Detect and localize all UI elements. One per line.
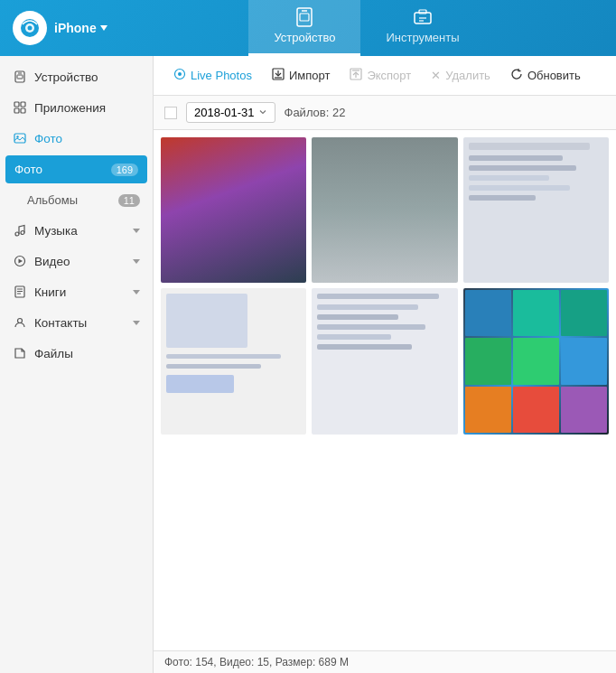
status-bar: Фото: 154, Видео: 15, Размер: 689 М (154, 650, 616, 673)
main-layout: Устройство Приложения Фот (0, 56, 616, 673)
sidebar-item-books[interactable]: Книги (0, 276, 153, 307)
sidebar-item-contacts[interactable]: Контакты (0, 307, 153, 338)
device-tab-label: Устройство (274, 31, 335, 44)
books-icon (13, 285, 27, 299)
device-chevron-icon[interactable] (100, 25, 107, 31)
sidebar-files-label: Файлы (34, 347, 73, 360)
photo-item-5[interactable] (312, 288, 457, 434)
content-area: Live Photos Импорт (154, 56, 616, 673)
sidebar-item-albums[interactable]: Альбомы 11 (0, 185, 153, 215)
photo-item-1[interactable] (161, 137, 306, 283)
app-header: iPhone Устройство Инструменты (0, 0, 616, 56)
tab-tools[interactable]: Инструменты (360, 0, 484, 56)
svg-rect-15 (14, 108, 19, 113)
app-logo-icon (13, 11, 47, 45)
video-icon (13, 254, 27, 268)
svg-point-18 (16, 136, 18, 137)
photo-item-2[interactable] (312, 137, 457, 283)
sidebar-device-label: Устройство (34, 70, 98, 84)
albums-badge: 11 (118, 194, 140, 207)
sidebar-item-music[interactable]: Музыка (0, 215, 153, 246)
header-tabs: Устройство Инструменты (117, 0, 616, 56)
import-button[interactable]: Импорт (263, 63, 339, 88)
apps-icon (13, 100, 27, 115)
toolbar: Live Photos Импорт (154, 56, 616, 96)
sidebar-item-video[interactable]: Видео (0, 246, 153, 276)
photo-grid (154, 130, 616, 650)
files-count: Файлов: 22 (285, 106, 346, 119)
svg-rect-14 (21, 102, 25, 107)
live-photos-button[interactable]: Live Photos (164, 63, 261, 88)
svg-point-19 (15, 232, 19, 236)
contacts-icon (13, 315, 27, 330)
refresh-button[interactable]: Обновить (501, 63, 590, 88)
sidebar-books-label: Книги (34, 285, 66, 299)
sidebar-item-apps[interactable]: Приложения (0, 92, 153, 123)
sidebar-apps-label: Приложения (34, 101, 106, 115)
sidebar-photos-sub-label: Фото (14, 163, 42, 176)
books-chevron-icon (133, 290, 140, 294)
contacts-chevron-icon (133, 321, 140, 325)
export-icon (350, 68, 362, 83)
sidebar-item-photos-sub[interactable]: Фото 169 (5, 155, 147, 183)
sidebar-contacts-label: Контакты (34, 316, 87, 330)
delete-button[interactable]: ✕ Удалить (422, 64, 499, 87)
tools-tab-label: Инструменты (386, 31, 459, 44)
sidebar-photos-parent-label: Фото (34, 132, 62, 145)
date-filter-value: 2018-01-31 (194, 106, 255, 119)
live-photos-icon (173, 68, 186, 83)
refresh-icon (510, 68, 523, 83)
select-all-checkbox[interactable] (164, 107, 177, 119)
svg-point-28 (178, 72, 182, 76)
tools-tab-icon (413, 7, 433, 27)
sidebar-albums-label: Альбомы (27, 193, 78, 207)
device-icon (13, 70, 27, 84)
device-tab-icon (294, 7, 314, 27)
date-filter[interactable]: 2018-01-31 (186, 102, 275, 123)
music-chevron-icon (133, 229, 140, 233)
app-logo-area: iPhone (0, 11, 117, 45)
music-icon (13, 223, 27, 238)
sidebar-item-device[interactable]: Устройство (0, 61, 153, 92)
svg-point-26 (18, 319, 23, 323)
date-chevron-icon (258, 106, 267, 119)
svg-rect-13 (14, 102, 19, 107)
photo-item-4[interactable] (161, 288, 306, 434)
filter-bar: 2018-01-31 Файлов: 22 (154, 96, 616, 130)
photo-item-6[interactable] (463, 288, 609, 434)
photo-item-3[interactable] (463, 137, 609, 283)
sidebar-video-label: Видео (34, 255, 70, 268)
photos-badge: 169 (111, 164, 138, 176)
status-text: Фото: 154, Видео: 15, Размер: 689 М (164, 656, 349, 668)
photos-icon (13, 131, 27, 145)
svg-rect-12 (17, 75, 23, 79)
sidebar: Устройство Приложения Фот (0, 56, 154, 673)
svg-rect-5 (300, 14, 309, 21)
tab-device[interactable]: Устройство (248, 0, 360, 56)
device-name-label[interactable]: iPhone (54, 21, 107, 35)
svg-point-2 (28, 26, 33, 31)
files-icon (13, 346, 27, 360)
video-chevron-icon (133, 259, 140, 264)
sidebar-item-photos-parent[interactable]: Фото (0, 123, 153, 154)
export-button[interactable]: Экспорт (341, 63, 420, 88)
sidebar-music-label: Музыка (34, 224, 78, 238)
delete-icon: ✕ (431, 69, 441, 82)
import-icon (272, 68, 285, 83)
sidebar-item-files[interactable]: Файлы (0, 338, 153, 369)
svg-rect-16 (21, 108, 25, 113)
